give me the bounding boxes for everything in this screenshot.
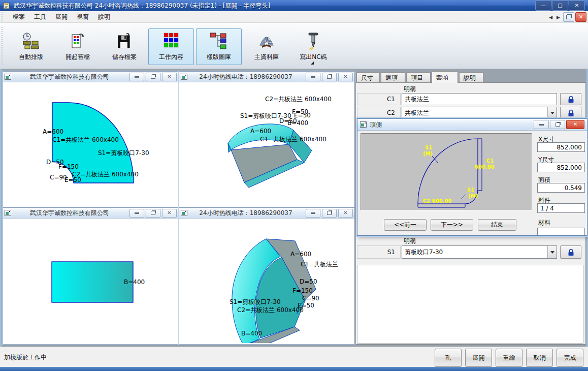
- part-count-field[interactable]: 1 / 4: [537, 203, 585, 213]
- toolbar-button-auto-nest[interactable]: 自動排版: [8, 28, 54, 65]
- drawing-canvas[interactable]: A=600C1=共板法兰 600x400S1=剪板咬口7-30D=50F=150…: [4, 82, 178, 206]
- hole-button[interactable]: 孔: [435, 349, 462, 367]
- unfold-button[interactable]: 展開: [465, 349, 492, 367]
- child-window-titlebar[interactable]: 武汉华宇诚数控科技有限公司 ✕: [3, 208, 178, 219]
- close-button[interactable]: ✕: [566, 120, 584, 129]
- y-size-field[interactable]: 852.000: [537, 163, 585, 172]
- title-bar[interactable]: 武汉华宇诚数控科技有限公司 24小时咨询热线：18986290037 (未指定1…: [0, 0, 588, 11]
- tab-options[interactable]: 選項: [381, 72, 405, 83]
- restore-button[interactable]: [322, 209, 337, 218]
- restore-button[interactable]: [550, 120, 565, 129]
- restore-button[interactable]: [322, 73, 337, 81]
- lock-icon: [568, 109, 574, 117]
- c1-name-field[interactable]: 共板法兰: [402, 93, 557, 105]
- toolbar-button-save-file[interactable]: 儲存檔案: [102, 28, 147, 65]
- restore-button[interactable]: [146, 73, 160, 81]
- finish-button[interactable]: 结束: [478, 219, 516, 231]
- menu-item-unfold[interactable]: 展開: [51, 12, 72, 22]
- s1-lock-button[interactable]: [560, 245, 581, 259]
- document-icon: [5, 74, 11, 80]
- close-button[interactable]: ✕: [162, 209, 177, 218]
- dialog-top-side[interactable]: 頂側 ✕ S1(M)C1600.00S1(M)C2 600.00 X尺寸 852…: [357, 118, 587, 236]
- restore-window-icon: [566, 15, 571, 19]
- nav-forward-icon[interactable]: ▶: [554, 15, 562, 20]
- toolbar-expander-icon[interactable]: [311, 61, 314, 65]
- tab-description[interactable]: 說明: [459, 72, 483, 83]
- close-button[interactable]: ✕: [338, 73, 353, 81]
- elbow-fan-3d-drawing: [180, 219, 354, 343]
- toolbar-button-main-database[interactable]: 主資料庫: [244, 28, 289, 65]
- tab-connector[interactable]: 套頭: [432, 71, 458, 83]
- drawing-canvas[interactable]: A=600C1=共板法兰D=50F=150C=90S1=剪板咬口7-30E=50…: [180, 219, 354, 344]
- menu-item-window[interactable]: 視窗: [72, 12, 93, 22]
- minimize-button[interactable]: [306, 209, 320, 218]
- c1-lock-button[interactable]: [560, 93, 581, 105]
- child-close-button[interactable]: ✕: [575, 12, 586, 22]
- close-button[interactable]: ✕: [338, 209, 353, 218]
- child-window-titlebar[interactable]: 24小时热线电话：18986290037 ✕: [179, 72, 354, 82]
- s1-name-dropdown[interactable]: 剪板咬口7-30: [402, 245, 557, 259]
- menu-item-file[interactable]: 檔案: [8, 12, 29, 22]
- dialog-titlebar[interactable]: 頂側 ✕: [357, 119, 587, 131]
- menu-item-tools[interactable]: 工具: [29, 12, 51, 22]
- close-button[interactable]: ✕: [569, 1, 585, 11]
- profile-drawing-area[interactable]: S1(M)C1600.00S1(M)C2 600.00: [361, 133, 532, 210]
- maximize-button[interactable]: □: [552, 1, 568, 11]
- child-window-flat-pattern[interactable]: 武汉华宇诚数控科技有限公司 ✕ A=600C1=共板法兰 600x400S1=剪…: [3, 71, 179, 207]
- document-icon: [181, 74, 187, 80]
- app-icon: [3, 2, 11, 10]
- toolbar-button-open-file[interactable]: 開起舊檔: [55, 28, 101, 65]
- minimize-button[interactable]: [534, 120, 549, 129]
- drawing-label: F=150: [292, 287, 313, 294]
- restore-button[interactable]: [146, 209, 160, 218]
- area-field[interactable]: 0.549: [537, 183, 585, 193]
- previous-button[interactable]: <<前一: [384, 219, 427, 231]
- tab-dimensions[interactable]: 尺寸: [356, 72, 380, 83]
- nav-back-icon[interactable]: ◀: [547, 15, 554, 20]
- drawing-label: A=600: [43, 128, 63, 135]
- complete-button-label: 完成: [564, 354, 576, 362]
- part-count-value: 1 / 4: [540, 205, 554, 212]
- c1-value: 共板法兰: [405, 95, 429, 104]
- toolbar-button-write-nc[interactable]: 寫出NC碼: [290, 28, 336, 65]
- child-window-titlebar[interactable]: 24小时热线电话：18986290037 ✕: [179, 208, 354, 219]
- close-icon: ✕: [573, 122, 577, 127]
- minimize-button[interactable]: [306, 73, 320, 81]
- toolbar-button-label: 自動排版: [19, 53, 43, 61]
- child-window-3d-view-bottom[interactable]: 24小时热线电话：18986290037 ✕ A=600C1=共板法兰D=50F…: [179, 207, 355, 345]
- y-size-value: 852.000: [557, 164, 582, 171]
- drawing-canvas[interactable]: B=400: [4, 219, 178, 344]
- c2-name-dropdown[interactable]: 共板法兰: [402, 107, 557, 119]
- drawing-canvas[interactable]: C2=共板法兰 600x400S1=剪板咬口7-30F=50E=50D=50B=…: [180, 82, 354, 206]
- x-size-field[interactable]: 852.000: [537, 142, 585, 152]
- child-window-3d-view-top[interactable]: 24小时热线电话：18986290037 ✕ C2=共板法兰 600x400S1…: [179, 71, 355, 207]
- chevron-down-icon[interactable]: [547, 246, 557, 258]
- minimize-button[interactable]: [129, 73, 144, 81]
- c2-lock-button[interactable]: [560, 107, 581, 119]
- cancel-button[interactable]: 取消: [526, 349, 553, 367]
- toolbar-button-work-content[interactable]: 工作內容: [148, 28, 194, 65]
- close-button[interactable]: ✕: [162, 73, 177, 81]
- child-window-rect-pattern[interactable]: 武汉华宇诚数控科技有限公司 ✕ B=400: [3, 207, 179, 345]
- tab-label: 套頭: [436, 73, 448, 82]
- toolbar-button-template-library[interactable]: 樣版圖庫: [196, 28, 242, 65]
- next-button[interactable]: 下一>>: [431, 219, 473, 231]
- child-window-title: 武汉华宇诚数控科技有限公司: [11, 73, 128, 81]
- restore-icon: [327, 211, 332, 215]
- toolbar-button-label: 樣版圖庫: [207, 53, 231, 61]
- detail-list-area[interactable]: [357, 265, 583, 344]
- x-size-value: 852.000: [557, 144, 582, 151]
- child-window-titlebar[interactable]: 武汉华宇诚数控科技有限公司 ✕: [3, 72, 178, 82]
- window-title: 武汉华宇诚数控科技有限公司 24小时咨询热线：18986290037 (未指定1…: [14, 2, 270, 10]
- minimize-button[interactable]: —: [535, 1, 551, 11]
- material-field[interactable]: [537, 228, 585, 236]
- s1-value: 剪板咬口7-30: [402, 248, 547, 257]
- menu-item-help[interactable]: 說明: [93, 12, 115, 22]
- minimize-button[interactable]: [129, 209, 144, 218]
- complete-button[interactable]: 完成: [557, 349, 583, 367]
- chevron-down-icon[interactable]: [547, 107, 557, 118]
- main-database-icon: [256, 29, 277, 53]
- child-restore-button[interactable]: [563, 12, 574, 22]
- redraw-button[interactable]: 重繪: [496, 349, 522, 367]
- tab-items[interactable]: 項目: [406, 72, 431, 83]
